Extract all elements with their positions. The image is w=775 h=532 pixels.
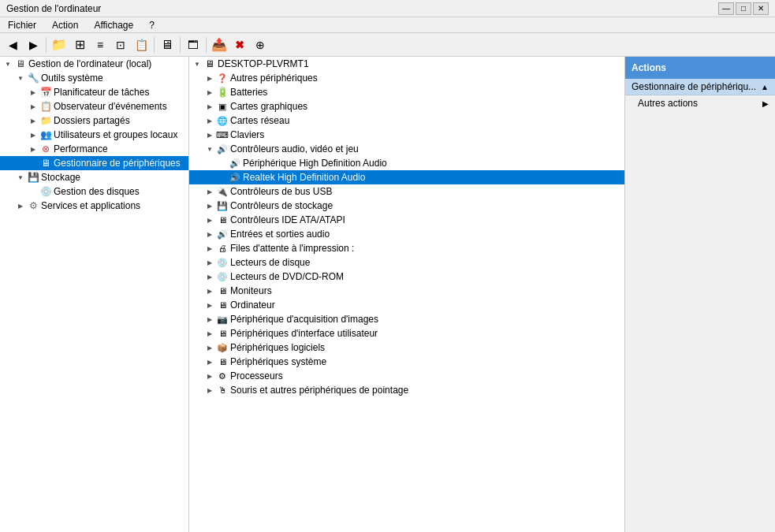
menu-action[interactable]: Action: [47, 18, 83, 32]
observateur-icon: 📋: [39, 100, 52, 113]
menu-help[interactable]: ?: [144, 18, 159, 32]
expand-files-attente[interactable]: ▶: [203, 242, 216, 255]
tree-item-controleurs-stockage[interactable]: ▶ 💾 Contrôleurs de stockage: [189, 199, 624, 213]
expand-cartes-graphiques[interactable]: ▶: [203, 100, 216, 113]
expand-peripherique-hd[interactable]: [216, 157, 229, 169]
expand-peripheriques-interface[interactable]: ▶: [203, 327, 216, 340]
tree-label-services: Services et applications: [41, 200, 140, 211]
tree-item-cartes-graphiques[interactable]: ▶ ▣ Cartes graphiques: [189, 99, 624, 113]
tree-item-files-attente[interactable]: ▶ 🖨 Files d'attente à l'impression :: [189, 241, 624, 255]
expand-peripheriques-logiciels[interactable]: ▶: [203, 341, 216, 354]
tree-item-batteries[interactable]: ▶ 🔋 Batteries: [189, 85, 624, 99]
tree-item-realtek-hd[interactable]: 🔊 Realtek High Definition Audio: [189, 170, 624, 184]
souris-icon: 🖱: [216, 384, 229, 396]
properties-button[interactable]: ⊕: [251, 35, 270, 54]
close-button[interactable]: ✕: [753, 2, 769, 15]
peripheriques-interface-icon: 🖥: [216, 327, 229, 340]
forward-button[interactable]: ▶: [24, 35, 43, 54]
tree-item-services[interactable]: ▶ ⚙ Services et applications: [0, 199, 188, 213]
folder-button[interactable]: 📁: [50, 35, 69, 54]
tree-item-entrees-sorties[interactable]: ▶ 🔊 Entrées et sorties audio: [189, 227, 624, 241]
expand-lecteurs-disque[interactable]: ▶: [203, 256, 216, 269]
tree-item-lecteurs-disque[interactable]: ▶ 💿 Lecteurs de disque: [189, 255, 624, 270]
expand-autres[interactable]: ▶: [203, 72, 216, 84]
tree-item-lecteurs-dvd[interactable]: ▶ 💿 Lecteurs de DVD/CD-ROM: [189, 270, 624, 284]
action-autres-actions[interactable]: Autres actions ▶: [625, 95, 775, 111]
maximize-button[interactable]: □: [736, 2, 751, 15]
tree-item-cartes-reseau[interactable]: ▶ 🌐 Cartes réseau: [189, 113, 624, 128]
tree-item-peripherique-acquisition[interactable]: ▶ 📷 Périphérique d'acquisition d'images: [189, 312, 624, 326]
tree-item-outils[interactable]: ▼ 🔧 Outils système: [0, 71, 188, 85]
tree-item-performance[interactable]: ▶ ⊗ Performance: [0, 142, 188, 156]
tree-item-autres[interactable]: ▶ ❓ Autres périphériques: [189, 71, 624, 85]
expand-souris[interactable]: ▶: [203, 384, 216, 396]
claviers-icon: ⌨: [216, 128, 229, 141]
computer-icon: 🖥: [14, 58, 27, 70]
tree-item-controleurs-usb[interactable]: ▶ 🔌 Contrôleurs de bus USB: [189, 184, 624, 199]
expand-ordinateur[interactable]: ▶: [203, 299, 216, 311]
expand-peripheriques-systeme[interactable]: ▶: [203, 355, 216, 368]
expand-claviers[interactable]: ▶: [203, 128, 216, 141]
expand-performance[interactable]: ▶: [27, 143, 39, 155]
tree-item-peripheriques-interface[interactable]: ▶ 🖥 Périphériques d'interface utilisateu…: [189, 326, 624, 340]
expand-controleurs-ide[interactable]: ▶: [203, 214, 216, 226]
tree-item-controleurs-audio[interactable]: ▼ 🔊 Contrôleurs audio, vidéo et jeu: [189, 142, 624, 156]
expand-entrees-sorties[interactable]: ▶: [203, 228, 216, 240]
tree-item-claviers[interactable]: ▶ ⌨ Claviers: [189, 128, 624, 142]
tree-item-computer[interactable]: ▼ 🖥 Gestion de l'ordinateur (local): [0, 57, 188, 71]
expand-processeurs[interactable]: ▶: [203, 370, 216, 382]
expand-stockage[interactable]: ▼: [14, 171, 27, 184]
tree-item-stockage[interactable]: ▼ 💾 Stockage: [0, 170, 188, 184]
tree-item-ordinateur[interactable]: ▶ 🖥 Ordinateur: [189, 298, 624, 312]
tree-item-processeurs[interactable]: ▶ ⚙ Processeurs: [189, 369, 624, 383]
tree-item-utilisateurs[interactable]: ▶ 👥 Utilisateurs et groupes locaux: [0, 128, 188, 142]
report-button[interactable]: 📋: [132, 35, 151, 54]
delete-button[interactable]: ✖: [230, 35, 249, 54]
peripherique-acquisition-icon: 📷: [216, 313, 229, 326]
list-button[interactable]: ≡: [91, 35, 110, 54]
new-window-button[interactable]: 🗔: [184, 35, 203, 54]
tree-item-gestion-disques[interactable]: 💿 Gestion des disques: [0, 184, 188, 199]
expand-controleurs-audio[interactable]: ▼: [203, 143, 216, 155]
tree-item-dossiers[interactable]: ▶ 📁 Dossiers partagés: [0, 113, 188, 128]
tree-item-peripheriques-logiciels[interactable]: ▶ 📦 Périphériques logiciels: [189, 340, 624, 355]
tree-label-lecteurs-dvd: Lecteurs de DVD/CD-ROM: [230, 271, 344, 282]
tree-item-gestionnaire[interactable]: 🖥 Gestionnaire de périphériques: [0, 156, 188, 170]
expand-services[interactable]: ▶: [14, 199, 27, 212]
tree-item-souris[interactable]: ▶ 🖱 Souris et autres périphériques de po…: [189, 383, 624, 397]
tree-item-peripherique-hd[interactable]: 🔊 Périphérique High Definition Audio: [189, 156, 624, 170]
desktop-icon: 🖥: [203, 58, 216, 70]
expand-outils[interactable]: ▼: [14, 72, 27, 84]
expand-controleurs-stockage[interactable]: ▶: [203, 199, 216, 212]
expand-computer[interactable]: ▼: [2, 58, 14, 70]
minimize-button[interactable]: —: [718, 2, 734, 15]
expand-controleurs-usb[interactable]: ▶: [203, 185, 216, 198]
action-gestionnaire[interactable]: Gestionnaire de périphériqu... ▲: [625, 79, 775, 95]
expand-observateur[interactable]: ▶: [27, 100, 39, 113]
expand-gestion-disques[interactable]: [27, 185, 39, 198]
tree-item-desktop[interactable]: ▼ 🖥 DESKTOP-PLVRMT1: [189, 57, 624, 71]
show-hide-button[interactable]: ⊞: [70, 35, 89, 54]
menu-affichage[interactable]: Affichage: [89, 18, 138, 32]
expand-desktop[interactable]: ▼: [191, 58, 203, 70]
grid-button[interactable]: ⊡: [111, 35, 130, 54]
expand-gestionnaire[interactable]: [27, 157, 39, 169]
tree-item-peripheriques-systeme[interactable]: ▶ 🖥 Périphériques système: [189, 355, 624, 369]
tree-item-controleurs-ide[interactable]: ▶ 🖥 Contrôleurs IDE ATA/ATAPI: [189, 213, 624, 227]
expand-realtek-hd[interactable]: [216, 171, 229, 184]
expand-utilisateurs[interactable]: ▶: [27, 128, 39, 141]
menu-fichier[interactable]: Fichier: [3, 18, 41, 32]
tree-item-moniteurs[interactable]: ▶ 🖥 Moniteurs: [189, 284, 624, 298]
back-button[interactable]: ◀: [3, 35, 22, 54]
expand-cartes-reseau[interactable]: ▶: [203, 114, 216, 127]
expand-lecteurs-dvd[interactable]: ▶: [203, 270, 216, 283]
tree-item-planificateur[interactable]: ▶ 📅 Planificateur de tâches: [0, 85, 188, 99]
expand-planificateur[interactable]: ▶: [27, 86, 39, 99]
tree-item-observateur[interactable]: ▶ 📋 Observateur d'événements: [0, 99, 188, 113]
export-button[interactable]: 📤: [210, 35, 229, 54]
expand-dossiers[interactable]: ▶: [27, 114, 39, 127]
expand-peripherique-acquisition[interactable]: ▶: [203, 313, 216, 326]
expand-batteries[interactable]: ▶: [203, 86, 216, 99]
computer-button[interactable]: 🖥: [158, 35, 177, 54]
expand-moniteurs[interactable]: ▶: [203, 285, 216, 297]
